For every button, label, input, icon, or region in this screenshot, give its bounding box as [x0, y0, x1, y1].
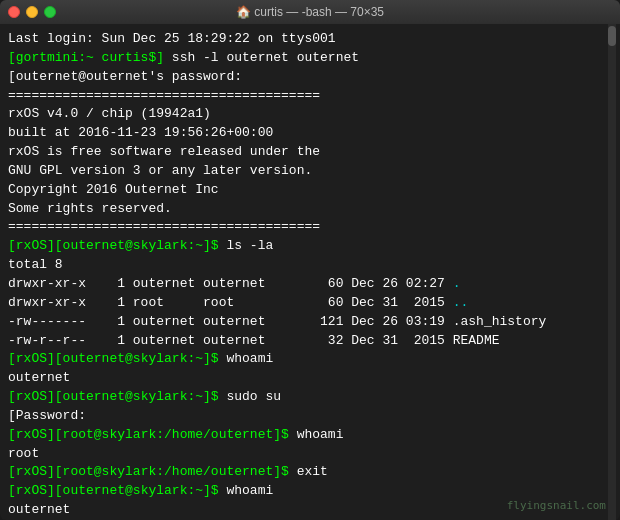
terminal-line: [Password:	[8, 407, 606, 426]
terminal-line: ========================================	[8, 218, 606, 237]
terminal-line: [rxOS][root@skylark:/home/outernet]$ who…	[8, 426, 606, 445]
terminal-text: [gortmini:~ curtis$]	[8, 49, 172, 68]
terminal-text: [rxOS]	[8, 350, 55, 369]
terminal-text: sudo su	[226, 388, 281, 407]
terminal-line: Copyright 2016 Outernet Inc	[8, 181, 606, 200]
terminal-text: whoami	[226, 350, 273, 369]
terminal-line: total 8	[8, 256, 606, 275]
terminal-text: -rw------- 1 outernet outernet 121 Dec 2…	[8, 313, 546, 332]
terminal-text: [Password:	[8, 407, 86, 426]
close-button[interactable]	[8, 6, 20, 18]
window-title: 🏠 curtis — -bash — 70×35	[236, 5, 384, 19]
terminal-line: rxOS v4.0 / chip (19942a1)	[8, 105, 606, 124]
traffic-lights	[8, 6, 56, 18]
terminal-line: -rw------- 1 outernet outernet 121 Dec 2…	[8, 313, 606, 332]
terminal-text: rxOS v4.0 / chip (19942a1)	[8, 105, 211, 124]
terminal-line: [rxOS][outernet@skylark:~]$ sudo su	[8, 388, 606, 407]
terminal-text: root	[8, 445, 39, 464]
terminal-text: whoami	[297, 426, 344, 445]
terminal-line: ========================================	[8, 87, 606, 106]
terminal-text: [root@skylark:/home/outernet]$	[55, 463, 297, 482]
terminal-text: Copyright 2016 Outernet Inc	[8, 181, 219, 200]
scrollbar[interactable]	[608, 24, 616, 520]
terminal-text: .	[453, 275, 461, 294]
terminal-text: [rxOS]	[8, 482, 55, 501]
terminal-text: [outernet@outernet's password:	[8, 68, 242, 87]
terminal-line: [rxOS][root@skylark:/home/outernet]$ exi…	[8, 463, 606, 482]
terminal-text: [outernet@skylark:~]$	[55, 237, 227, 256]
terminal-text: [root@skylark:/home/outernet]$	[55, 426, 297, 445]
terminal-text: outernet	[8, 369, 70, 388]
terminal-line: -rw-r--r-- 1 outernet outernet 32 Dec 31…	[8, 332, 606, 351]
terminal-text: ========================================	[8, 218, 320, 237]
terminal-text: built at 2016-11-23 19:56:26+00:00	[8, 124, 273, 143]
maximize-button[interactable]	[44, 6, 56, 18]
terminal-text: outernet	[8, 501, 70, 520]
terminal-text: drwxr-xr-x 1 outernet outernet 60 Dec 26…	[8, 275, 453, 294]
terminal-text: ..	[453, 294, 469, 313]
terminal-line: rxOS is free software released under the	[8, 143, 606, 162]
terminal-line: Last login: Sun Dec 25 18:29:22 on ttys0…	[8, 30, 606, 49]
terminal-text: ssh -l outernet outernet	[172, 49, 359, 68]
terminal-text: [rxOS]	[8, 463, 55, 482]
terminal-text: [rxOS]	[8, 237, 55, 256]
terminal-text: -rw-r--r-- 1 outernet outernet 32 Dec 31…	[8, 332, 499, 351]
terminal-text: [outernet@skylark:~]$	[55, 350, 227, 369]
scrollbar-thumb[interactable]	[608, 26, 616, 46]
terminal-text: [rxOS]	[8, 426, 55, 445]
terminal-text: exit	[297, 463, 328, 482]
terminal-line: outernet	[8, 369, 606, 388]
terminal-line: [outernet@outernet's password:	[8, 68, 606, 87]
watermark: flyingsnail.com	[507, 499, 606, 512]
titlebar: 🏠 curtis — -bash — 70×35	[0, 0, 620, 24]
terminal-text: ls -la	[226, 237, 273, 256]
terminal-line: GNU GPL version 3 or any later version.	[8, 162, 606, 181]
terminal-line: [rxOS][outernet@skylark:~]$ ls -la	[8, 237, 606, 256]
terminal-text: [outernet@skylark:~]$	[55, 388, 227, 407]
terminal-line: root	[8, 445, 606, 464]
terminal-text: ========================================	[8, 87, 320, 106]
minimize-button[interactable]	[26, 6, 38, 18]
terminal-line: built at 2016-11-23 19:56:26+00:00	[8, 124, 606, 143]
terminal-text: [outernet@skylark:~]$	[55, 482, 227, 501]
terminal-line: [gortmini:~ curtis$] ssh -l outernet out…	[8, 49, 606, 68]
terminal-text: total 8	[8, 256, 63, 275]
terminal-body[interactable]: Last login: Sun Dec 25 18:29:22 on ttys0…	[0, 24, 620, 520]
terminal-line: drwxr-xr-x 1 root root 60 Dec 31 2015 ..	[8, 294, 606, 313]
terminal-text: whoami	[226, 482, 273, 501]
terminal-line: [rxOS][outernet@skylark:~]$ whoami	[8, 350, 606, 369]
terminal-line: Some rights reserved.	[8, 200, 606, 219]
terminal-window: 🏠 curtis — -bash — 70×35 Last login: Sun…	[0, 0, 620, 520]
terminal-text: Some rights reserved.	[8, 200, 172, 219]
terminal-text: drwxr-xr-x 1 root root 60 Dec 31 2015	[8, 294, 453, 313]
terminal-text: GNU GPL version 3 or any later version.	[8, 162, 312, 181]
terminal-line: drwxr-xr-x 1 outernet outernet 60 Dec 26…	[8, 275, 606, 294]
terminal-text: rxOS is free software released under the	[8, 143, 320, 162]
terminal-text: [rxOS]	[8, 388, 55, 407]
terminal-text: Last login: Sun Dec 25 18:29:22 on ttys0…	[8, 30, 336, 49]
